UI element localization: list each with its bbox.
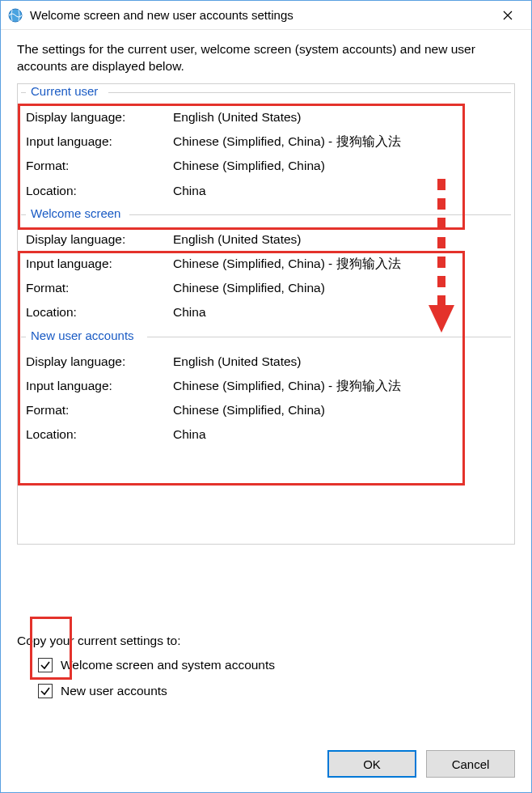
label-location: Location: — [26, 179, 173, 203]
row-format: Format: Chinese (Simplified, China) — [26, 398, 506, 422]
copy-title: Copy your current settings to: — [17, 634, 502, 648]
settings-panel: Current user Display language: English (… — [17, 83, 515, 545]
row-format: Format: Chinese (Simplified, China) — [26, 154, 506, 178]
label-location: Location: — [26, 300, 173, 324]
row-location: Location: China — [26, 422, 506, 447]
globe-icon — [7, 7, 23, 23]
row-location: Location: China — [26, 179, 506, 203]
value-location: China — [173, 300, 506, 324]
value-format: Chinese (Simplified, China) — [173, 276, 506, 300]
row-input-language: Input language: Chinese (Simplified, Chi… — [26, 374, 506, 398]
value-display-language: English (United States) — [173, 227, 506, 252]
legend-current-user: Current user — [26, 84, 103, 98]
checkbox-new-user[interactable] — [38, 684, 53, 698]
checkmark-icon — [40, 659, 51, 671]
checkbox-welcome-screen[interactable] — [38, 658, 53, 672]
legend-new-user-accounts: New user accounts — [26, 329, 139, 342]
value-display-language: English (United States) — [173, 105, 506, 129]
row-input-language: Input language: Chinese (Simplified, Chi… — [26, 129, 506, 154]
row-location: Location: China — [26, 300, 506, 324]
value-display-language: English (United States) — [173, 350, 506, 374]
checkbox-new-user-row[interactable]: New user accounts — [38, 684, 502, 698]
checkbox-welcome-screen-row[interactable]: Welcome screen and system accounts — [38, 658, 502, 672]
checkbox-welcome-screen-label: Welcome screen and system accounts — [61, 658, 275, 672]
label-display-language: Display language: — [26, 350, 173, 374]
label-format: Format: — [26, 398, 173, 422]
copy-section: Copy your current settings to: Welcome s… — [17, 634, 502, 710]
checkbox-new-user-label: New user accounts — [61, 684, 167, 698]
content-area: The settings for the current user, welco… — [1, 30, 531, 545]
label-display-language: Display language: — [26, 105, 173, 129]
value-location: China — [173, 179, 506, 203]
group-welcome-screen: Welcome screen Display language: English… — [18, 206, 514, 329]
legend-welcome-screen: Welcome screen — [26, 206, 125, 220]
label-location: Location: — [26, 422, 173, 447]
close-icon — [503, 11, 513, 20]
ok-button[interactable]: OK — [327, 750, 416, 778]
label-input-language: Input language: — [26, 129, 173, 154]
window-title: Welcome screen and new user accounts set… — [30, 8, 489, 22]
group-new-user-accounts: New user accounts Display language: Engl… — [18, 329, 514, 451]
titlebar: Welcome screen and new user accounts set… — [1, 1, 531, 30]
row-display-language: Display language: English (United States… — [26, 227, 506, 252]
value-format: Chinese (Simplified, China) — [173, 154, 506, 178]
row-input-language: Input language: Chinese (Simplified, Chi… — [26, 252, 506, 276]
value-input-language: Chinese (Simplified, China) - 搜狗输入法 — [173, 374, 506, 398]
group-current-user: Current user Display language: English (… — [18, 84, 514, 206]
label-format: Format: — [26, 154, 173, 178]
row-display-language: Display language: English (United States… — [26, 105, 506, 129]
value-input-language: Chinese (Simplified, China) - 搜狗输入法 — [173, 129, 506, 154]
checkmark-icon — [40, 685, 51, 697]
value-input-language: Chinese (Simplified, China) - 搜狗输入法 — [173, 252, 506, 276]
row-display-language: Display language: English (United States… — [26, 350, 506, 374]
label-input-language: Input language: — [26, 252, 173, 276]
close-button[interactable] — [489, 1, 526, 29]
label-display-language: Display language: — [26, 227, 173, 252]
label-format: Format: — [26, 276, 173, 300]
intro-text: The settings for the current user, welco… — [17, 41, 515, 75]
value-format: Chinese (Simplified, China) — [173, 398, 506, 422]
button-bar: OK Cancel — [327, 750, 515, 778]
row-format: Format: Chinese (Simplified, China) — [26, 276, 506, 300]
label-input-language: Input language: — [26, 374, 173, 398]
cancel-button[interactable]: Cancel — [426, 750, 515, 778]
value-location: China — [173, 422, 506, 447]
